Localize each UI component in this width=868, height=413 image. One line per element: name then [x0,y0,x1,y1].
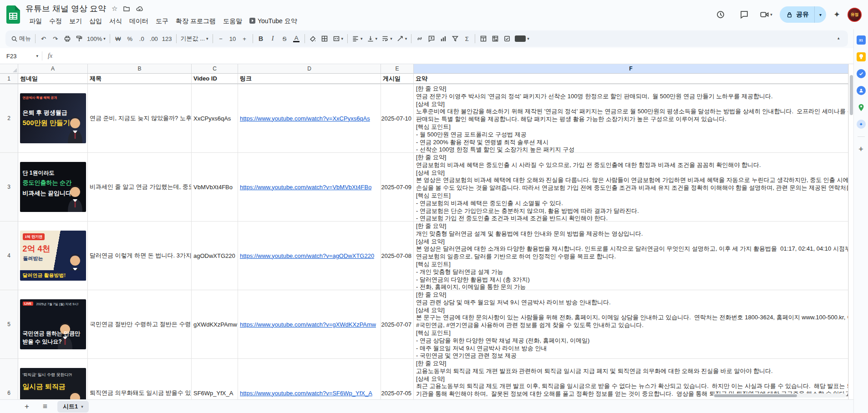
video-link[interactable]: https://www.youtube.com/watch?v=SF6Wp_Yf… [240,390,372,397]
formula-input[interactable] [58,48,853,64]
video-link[interactable]: https://www.youtube.com/watch?v=XxCPyxs6… [240,115,370,122]
thumbnail-cell[interactable]: 단 1원이라도 중도인출하는 순간 비과세는 끝입니다 [18,153,88,222]
menu-file[interactable]: 파일 [25,16,46,26]
video-id-cell[interactable]: XxCPyxs6qAs [192,84,238,153]
insert-comment-button[interactable] [426,33,437,45]
paint-format-button[interactable] [73,33,85,45]
video-thumbnail[interactable]: 1억 만기면 2억 4천 돌려받는 달러연금 활용방법! [20,231,86,281]
menu-tools[interactable]: 도구 [152,16,172,26]
name-box[interactable]: F23 ▾ [0,53,42,60]
insert-table-button[interactable] [477,33,489,45]
header-cell-thumbnail[interactable]: 썸네일 [18,74,88,84]
vertical-scrollbar[interactable] [848,64,853,399]
video-thumbnail[interactable]: 단 1원이라도 중도인출하는 순간 비과세는 끝입니다 [20,162,86,212]
summary-cell[interactable]: [한 줄 요약] 개인 맞춤형 달러연금 설계 및 활용법에 대한 안내와 문의… [414,222,848,290]
col-header-d[interactable]: D [238,64,381,74]
col-header-c[interactable]: C [192,64,238,74]
zoom-select[interactable]: 100%▾ [85,33,107,45]
contacts-icon[interactable] [857,86,866,95]
menu-insert[interactable]: 삽입 [86,16,106,26]
text-color-button[interactable]: A [291,33,302,45]
number-format-button[interactable]: 123 [160,33,174,45]
menu-format[interactable]: 서식 [106,16,126,26]
sheet-tab-menu-icon[interactable]: ▾ [81,404,83,409]
header-cell-title[interactable]: 제목 [88,74,192,84]
bold-button[interactable]: B [255,33,267,45]
date-cell[interactable]: 2025-07-09 [381,153,414,222]
print-button[interactable] [61,33,73,45]
sheet-tab-active[interactable]: 시트1 ▾ [57,401,89,413]
font-size-decrease-button[interactable]: − [215,33,227,45]
document-title[interactable]: 유튜브 채널 영상 요약 [25,3,106,14]
calendar-icon[interactable]: 31 [857,35,866,45]
decrease-decimal-button[interactable]: .0 [136,33,147,45]
thumbnail-cell[interactable]: '퇴직금' 일시 수령 못한다?! 일시금 퇴직금 [18,359,88,399]
date-cell[interactable]: 2025-07-08 [381,222,414,290]
thumbnail-cell[interactable]: 연금박사 특별 혜택 공개 은퇴 후 평생월급 500만원 만들기 [18,84,88,153]
date-cell[interactable]: 2025-07-10 [381,84,414,153]
add-sheet-button[interactable]: + [21,401,33,413]
redo-button[interactable]: ↷ [50,33,61,45]
collapse-toolbar-button[interactable]: ▾ [833,33,844,45]
video-link[interactable]: https://www.youtube.com/watch?v=VbMVbXt4… [240,184,371,191]
video-id-cell[interactable]: VbMVbXt4FBo [192,153,238,222]
insert-link-button[interactable] [414,33,425,45]
vertical-align-button[interactable]: ▾ [365,33,380,45]
version-history-icon[interactable] [712,6,729,23]
col-header-f[interactable]: F [414,64,848,74]
horizontal-scrollbar-thumb[interactable] [714,394,797,397]
keep-icon[interactable] [857,52,866,61]
video-link[interactable]: https://www.youtube.com/watch?v=gXWdKXzP… [240,321,376,328]
menu-edit[interactable]: 수정 [46,16,66,26]
move-folder-icon[interactable] [123,5,130,12]
meet-button[interactable]: ▾ [760,10,772,19]
search-menus-button[interactable]: 메뉴 [9,33,33,45]
video-link[interactable]: https://www.youtube.com/watch?v=agODwXTG… [240,252,374,259]
row-header-2[interactable]: 2 [0,84,18,153]
fill-color-button[interactable] [307,33,319,45]
horizontal-scrollbar[interactable] [713,393,846,398]
video-thumbnail[interactable]: LIVE 2025년 7월 7일 (월) 저녁 9시! 국민연금 원하는 만큼만… [20,299,86,349]
row-header-3[interactable]: 3 [0,153,18,222]
summary-cell[interactable]: [한 줄 요약] 연금 관련 상담 및 매주 월요일 저녁 9시 연금박사 라이… [414,290,848,359]
link-cell[interactable]: https://www.youtube.com/watch?v=gXWdKXzP… [238,290,381,359]
addon-app-icon[interactable]: ✦ [857,120,866,129]
name-box-dropdown-icon[interactable]: ▾ [36,54,38,58]
currency-format-button[interactable]: ₩ [112,33,124,45]
strikethrough-button[interactable]: S [279,33,290,45]
text-rotation-button[interactable]: ▾ [395,33,409,45]
header-cell-summary[interactable]: 요약 [414,74,848,84]
spreadsheet-grid[interactable]: A B C D E F 1 썸네일 제목 Video ID 링크 게시일 요약 [0,64,853,399]
functions-button[interactable]: Σ [461,33,472,45]
title-cell[interactable]: 달러연금 이렇게 하면 돈 법니다. 3가지 활 [88,222,192,290]
row-header-4[interactable]: 4 [0,222,18,290]
font-select[interactable]: 기본값 ...▾ [179,33,210,45]
link-cell[interactable]: https://www.youtube.com/watch?v=VbMVbXt4… [238,153,381,222]
video-id-cell[interactable]: agODwXTG220 [192,222,238,290]
tasks-icon[interactable] [857,69,866,78]
row-header-6[interactable]: 6 [0,359,18,399]
share-button[interactable]: 공유 ▾ [780,6,826,23]
header-cell-video-id[interactable]: Video ID [192,74,238,84]
checkbox-button[interactable] [501,33,513,45]
insert-chart-button[interactable] [437,33,449,45]
link-cell[interactable]: https://www.youtube.com/watch?v=agODwXTG… [238,222,381,290]
italic-button[interactable]: I [267,33,279,45]
horizontal-align-button[interactable]: ▾ [350,33,365,45]
menu-data[interactable]: 데이터 [126,16,152,26]
row-header-1[interactable]: 1 [0,74,18,84]
thumbnail-cell[interactable]: 1억 만기면 2억 4천 돌려받는 달러연금 활용방법! [18,222,88,290]
select-all-corner[interactable] [0,64,18,74]
col-header-a[interactable]: A [18,64,88,74]
borders-button[interactable] [319,33,330,45]
create-filter-button[interactable] [449,33,461,45]
merge-cells-button[interactable]: ▾ [331,33,345,45]
all-sheets-button[interactable]: ≡ [39,401,51,413]
link-cell[interactable]: https://www.youtube.com/watch?v=SF6Wp_Yf… [238,359,381,399]
date-cell[interactable]: 2025-07-05 [381,359,414,399]
row-header-5[interactable]: 5 [0,290,18,359]
share-dropdown-icon[interactable]: ▾ [814,6,826,23]
title-cell[interactable]: 국민연금 절반만 수령하고 절반은 수령 안 [88,290,192,359]
font-size-increase-button[interactable]: + [239,33,250,45]
get-addons-button[interactable]: + [858,145,863,154]
